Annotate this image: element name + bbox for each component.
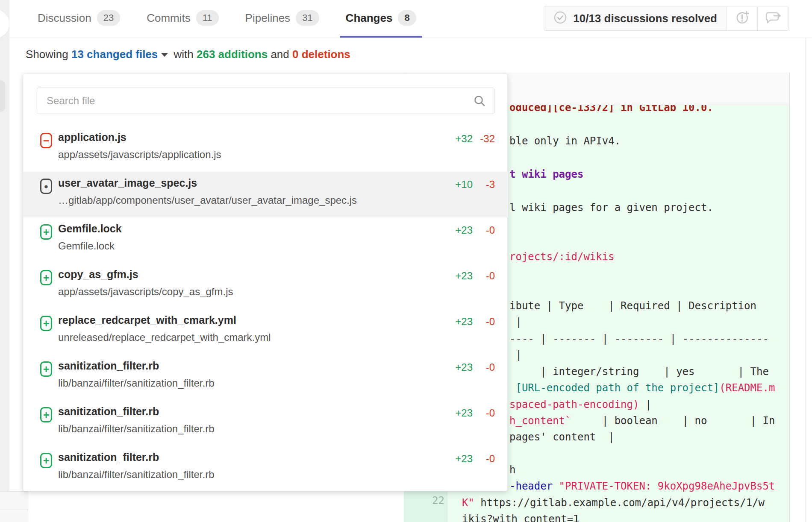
file-name: copy_as_gfm.js: [58, 268, 138, 281]
changed-file-list: −application.jsapp/assets/javascripts/ap…: [23, 126, 508, 492]
with-label: with: [174, 48, 194, 61]
file-path: unreleased/replace_redcarpet_with_cmark.…: [58, 331, 271, 343]
diff-line-number: 22: [404, 495, 444, 507]
diff-code-line: | integer/string | yes | The: [509, 364, 769, 380]
file-deletions-count: -0: [474, 224, 495, 236]
file-row[interactable]: +sanitization_filter.rblib/banzai/filter…: [23, 355, 508, 400]
file-added-icon: +: [40, 316, 52, 331]
file-additions-count: +23: [443, 453, 473, 465]
file-search-dropdown: −application.jsapp/assets/javascripts/ap…: [23, 73, 508, 491]
deletions-count: 0 deletions: [292, 48, 350, 61]
file-additions-count: +23: [443, 224, 473, 236]
search-file-input[interactable]: [37, 88, 494, 114]
search-icon: [473, 94, 486, 109]
file-row[interactable]: +copy_as_gfm.jsapp/assets/javascripts/co…: [23, 263, 508, 309]
diff-code-line: t wiki pages: [509, 166, 583, 182]
file-deletions-count: -0: [474, 453, 495, 465]
diff-code-line: ble only in APIv4.: [509, 133, 621, 149]
file-deletions-count: -0: [474, 361, 495, 373]
file-additions-count: +32: [443, 133, 473, 145]
file-added-icon: +: [40, 453, 52, 468]
tab-label: Discussion: [38, 12, 91, 25]
file-modified-icon: ●: [40, 179, 52, 194]
file-row[interactable]: +sanitization_filter.rblib/banzai/filter…: [23, 446, 508, 492]
file-additions-count: +23: [443, 270, 473, 282]
file-name: application.js: [58, 131, 127, 144]
file-path: Gemfile.lock: [58, 240, 115, 252]
and-label: and: [271, 48, 289, 61]
diff-code-line: pages' content |: [509, 429, 615, 445]
tab-count-badge: 23: [97, 10, 120, 26]
file-added-icon: +: [40, 224, 52, 240]
file-added-icon: +: [40, 270, 52, 285]
diff-code-line: |: [509, 347, 522, 363]
tab-count-badge: 8: [398, 10, 416, 26]
file-deletions-count: -0: [474, 316, 495, 328]
diff-code-line: ikis?with_content=1: [462, 511, 580, 522]
bottom-left-divider: [0, 510, 28, 510]
file-additions-count: +23: [443, 316, 473, 328]
file-name: replace_redcarpet_with_cmark.yml: [58, 314, 236, 326]
diff-code-line: [URL-encoded path of the project](README…: [509, 380, 775, 396]
diff-code-line: |: [509, 314, 522, 330]
file-name: sanitization_filter.rb: [58, 405, 159, 418]
diff-code-line: l wiki pages for a given project.: [509, 199, 713, 216]
file-deletions-count: -3: [474, 179, 495, 191]
bottom-left-page-fragment: [0, 491, 28, 522]
issue-new-icon: [735, 10, 750, 27]
file-deletions-count: -32: [474, 133, 495, 145]
file-name: Gemfile.lock: [58, 223, 122, 235]
diff-code-line: ---- | ------- | -------- | ------------…: [509, 331, 769, 347]
file-row[interactable]: −application.jsapp/assets/javascripts/ap…: [23, 126, 508, 172]
file-additions-count: +10: [443, 179, 473, 191]
file-additions-count: +23: [443, 407, 473, 419]
discussion-actions: 10/13 discussions resolved: [544, 6, 788, 31]
diff-code-line: ibute | Type | Required | Description: [509, 298, 756, 314]
file-path: lib/banzai/filter/sanitization_filter.rb: [58, 423, 215, 435]
changed-files-summary: Showing 13 changed files with 263 additi…: [26, 48, 350, 61]
file-added-icon: +: [40, 407, 52, 422]
file-path: app/assets/javascripts/copy_as_gfm.js: [58, 286, 233, 298]
diff-code-line: K" https://gitlab.example.com/api/v4/pro…: [462, 495, 765, 511]
file-name: sanitization_filter.rb: [58, 360, 159, 372]
jump-to-next-discussion-button[interactable]: [758, 6, 788, 31]
resolve-in-new-issue-button[interactable]: [727, 6, 758, 31]
additions-count: 263 additions: [197, 48, 268, 61]
tab-label: Changes: [346, 12, 393, 25]
tab-pipelines[interactable]: Pipelines31: [239, 0, 325, 38]
file-name: user_avatar_image_spec.js: [58, 177, 197, 189]
merge-request-changes-page: 22 oduced][ce-13372] in GitLab 10.0.ble …: [0, 0, 812, 522]
diff-code-line: spaced-path-encoding) |: [509, 396, 651, 413]
tab-label: Commits: [147, 12, 191, 25]
tab-commits[interactable]: Commits11: [141, 0, 224, 38]
file-path: …gitlab/app/components/user_avatar/user_…: [58, 194, 357, 206]
file-row[interactable]: +Gemfile.lockGemfile.lock+23-0: [23, 217, 508, 263]
partial-pill-decoration: [0, 80, 5, 112]
file-removed-icon: −: [40, 133, 52, 148]
file-deletions-count: -0: [474, 407, 495, 419]
file-path: lib/banzai/filter/sanitization_filter.rb: [58, 377, 215, 389]
file-path: lib/banzai/filter/sanitization_filter.rb: [58, 469, 215, 481]
file-row[interactable]: ●user_avatar_image_spec.js…gitlab/app/co…: [23, 172, 508, 217]
showing-label: Showing: [26, 48, 68, 61]
diff-code-line: h_content` | boolean | no | In: [509, 413, 775, 429]
tab-changes[interactable]: Changes8: [340, 0, 422, 38]
left-edge-strip: [0, 0, 9, 522]
tab-discussion[interactable]: Discussion23: [32, 0, 126, 38]
file-added-icon: +: [40, 361, 52, 377]
file-row[interactable]: +sanitization_filter.rblib/banzai/filter…: [23, 400, 508, 446]
file-path: app/assets/javascripts/application.js: [58, 149, 221, 161]
file-deletions-count: -0: [474, 270, 495, 282]
file-name: sanitization_filter.rb: [58, 451, 159, 463]
comment-next-icon: [765, 10, 782, 26]
diff-code-line: rojects/:id/wikis: [509, 249, 615, 265]
changed-files-dropdown-link[interactable]: 13 changed files: [71, 48, 158, 61]
file-row[interactable]: +replace_redcarpet_with_cmark.ymlunrelea…: [23, 309, 508, 355]
chevron-down-icon: [161, 53, 168, 57]
diff-code-line: -header "PRIVATE-TOKEN: 9koXpg98eAheJpvB…: [509, 478, 775, 494]
right-edge-divider: [805, 0, 806, 522]
tab-count-badge: 31: [296, 10, 319, 26]
diff-code-line: h: [509, 462, 515, 478]
check-circle-icon: [553, 11, 567, 26]
discussions-resolved-button[interactable]: 10/13 discussions resolved: [544, 6, 727, 31]
